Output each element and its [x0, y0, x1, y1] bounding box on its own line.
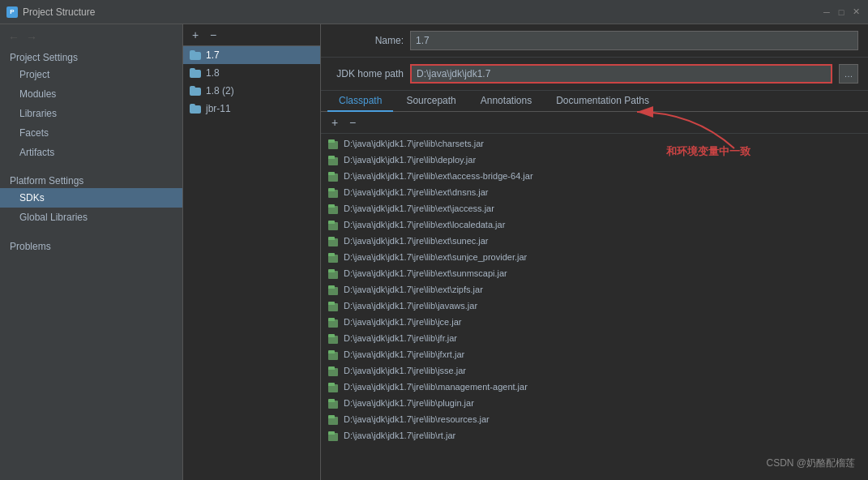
- classpath-item-path: D:\java\jdk\jdk1.7\jre\lib\management-ag…: [344, 379, 528, 394]
- name-input[interactable]: [410, 31, 858, 50]
- sdk-item-label: 1.8: [206, 67, 220, 79]
- classpath-item: D:\java\jdk\jdk1.7\jre\lib\rt.jar: [321, 427, 868, 444]
- classpath-item-path: D:\java\jdk\jdk1.7\jre\lib\ext\zipfs.jar: [344, 282, 483, 297]
- jar-icon: [327, 316, 339, 328]
- title-bar-left: P Project Structure: [6, 6, 95, 18]
- forward-arrow[interactable]: →: [24, 31, 39, 44]
- sidebar-item-libraries[interactable]: Libraries: [0, 104, 182, 123]
- nav-arrows: ← →: [0, 28, 182, 49]
- classpath-item: D:\java\jdk\jdk1.7\jre\lib\ext\zipfs.jar: [321, 281, 868, 298]
- jar-icon: [327, 251, 339, 263]
- classpath-item: D:\java\jdk\jdk1.7\jre\lib\ext\sunec.jar: [321, 233, 868, 249]
- sdk-item-label: jbr-11: [206, 103, 231, 114]
- remove-classpath-button[interactable]: −: [345, 115, 360, 130]
- jar-icon: [327, 170, 339, 182]
- classpath-item-path: D:\java\jdk\jdk1.7\jre\lib\resources.jar: [344, 412, 490, 426]
- name-label: Name:: [331, 35, 404, 46]
- window-title: Project Structure: [23, 6, 95, 18]
- classpath-item-path: D:\java\jdk\jdk1.7\jre\lib\ext\sunmscapi…: [344, 266, 507, 281]
- jar-icon: [327, 365, 339, 376]
- sidebar-item-sdks[interactable]: SDKs: [0, 188, 182, 208]
- classpath-item-path: D:\java\jdk\jdk1.7\jre\lib\ext\sunjce_pr…: [344, 250, 527, 264]
- main-layout: ← → Project Settings Project Modules Lib…: [0, 24, 868, 480]
- jdk-path-row: JDK home path …: [321, 58, 868, 91]
- sidebar: ← → Project Settings Project Modules Lib…: [0, 24, 183, 480]
- add-classpath-button[interactable]: +: [327, 115, 342, 130]
- classpath-item: D:\java\jdk\jdk1.7\jre\lib\ext\jaccess.j…: [321, 200, 868, 216]
- sdk-toolbar: + −: [183, 24, 320, 46]
- sdk-item-1-7[interactable]: 1.7: [183, 46, 320, 64]
- jdk-path-input[interactable]: [410, 64, 832, 84]
- add-sdk-button[interactable]: +: [188, 28, 203, 42]
- maximize-button[interactable]: □: [836, 6, 847, 18]
- classpath-item-path: D:\java\jdk\jdk1.7\jre\lib\plugin.jar: [344, 396, 474, 410]
- classpath-item: D:\java\jdk\jdk1.7\jre\lib\ext\localedat…: [321, 216, 868, 233]
- folder-icon: [190, 50, 201, 60]
- classpath-item-path: D:\java\jdk\jdk1.7\jre\lib\jfxrt.jar: [344, 347, 464, 362]
- platform-settings-label: Platform Settings: [0, 172, 182, 188]
- sdk-item-label: 1.8 (2): [206, 85, 234, 96]
- classpath-item: D:\java\jdk\jdk1.7\jre\lib\jfxrt.jar: [321, 346, 868, 362]
- jdk-path-label: JDK home path: [331, 68, 404, 79]
- classpath-item-path: D:\java\jdk\jdk1.7\jre\lib\ext\jaccess.j…: [344, 201, 494, 216]
- jar-icon: [327, 397, 339, 409]
- classpath-item-path: D:\java\jdk\jdk1.7\jre\lib\javaws.jar: [344, 298, 477, 313]
- minimize-button[interactable]: ─: [821, 6, 832, 18]
- classpath-item: D:\java\jdk\jdk1.7\jre\lib\resources.jar: [321, 411, 868, 427]
- sdk-item-jbr-11[interactable]: jbr-11: [183, 100, 320, 118]
- sdk-item-label: 1.7: [206, 49, 220, 61]
- classpath-item: D:\java\jdk\jdk1.7\jre\lib\plugin.jar: [321, 395, 868, 411]
- close-button[interactable]: ✕: [850, 6, 862, 18]
- classpath-item-path: D:\java\jdk\jdk1.7\jre\lib\ext\dnsns.jar: [344, 185, 489, 199]
- jar-icon: [327, 381, 339, 392]
- tab-sourcepath[interactable]: Sourcepath: [395, 91, 467, 112]
- tabs-bar: Classpath Sourcepath Annotations Documen…: [321, 91, 868, 112]
- jar-icon: [327, 235, 339, 246]
- sidebar-item-problems[interactable]: Problems: [0, 237, 182, 256]
- classpath-item: D:\java\jdk\jdk1.7\jre\lib\jce.jar: [321, 314, 868, 330]
- classpath-panel: + − D:\java\jdk\jdk1.7\jre\lib\charsets.…: [321, 112, 868, 480]
- classpath-item: D:\java\jdk\jdk1.7\jre\lib\ext\sunjce_pr…: [321, 249, 868, 265]
- jar-icon: [327, 430, 339, 441]
- sdk-item-1-8-2[interactable]: 1.8 (2): [183, 82, 320, 100]
- classpath-item: D:\java\jdk\jdk1.7\jre\lib\javaws.jar: [321, 298, 868, 314]
- classpath-item: D:\java\jdk\jdk1.7\jre\lib\ext\sunmscapi…: [321, 265, 868, 281]
- sidebar-item-artifacts[interactable]: Artifacts: [0, 143, 182, 162]
- sidebar-item-modules[interactable]: Modules: [0, 84, 182, 104]
- classpath-item: D:\java\jdk\jdk1.7\jre\lib\jfr.jar: [321, 330, 868, 346]
- title-bar-controls: ─ □ ✕: [821, 6, 862, 18]
- jar-icon: [327, 284, 339, 295]
- jar-icon: [327, 349, 339, 360]
- jar-icon: [327, 138, 339, 149]
- tab-classpath[interactable]: Classpath: [327, 91, 393, 112]
- remove-sdk-button[interactable]: −: [206, 28, 220, 42]
- classpath-item-path: D:\java\jdk\jdk1.7\jre\lib\ext\sunec.jar: [344, 234, 489, 248]
- jar-icon: [327, 268, 339, 279]
- back-arrow[interactable]: ←: [6, 31, 21, 44]
- sdk-item-1-8[interactable]: 1.8: [183, 64, 320, 82]
- name-row: Name:: [321, 24, 868, 58]
- tab-documentation-paths[interactable]: Documentation Paths: [545, 91, 661, 112]
- sidebar-item-project[interactable]: Project: [0, 65, 182, 84]
- jar-icon: [327, 154, 339, 165]
- classpath-item-path: D:\java\jdk\jdk1.7\jre\lib\rt.jar: [344, 428, 455, 443]
- details-panel: Name: JDK home path … Classpath Sourcepa…: [321, 24, 868, 480]
- sidebar-item-facets[interactable]: Facets: [0, 123, 182, 143]
- sdk-list-panel: + − 1.7 1.8 1.8 (2): [183, 24, 321, 480]
- classpath-item: D:\java\jdk\jdk1.7\jre\lib\deploy.jar: [321, 152, 868, 168]
- jar-icon: [327, 300, 339, 311]
- classpath-item-path: D:\java\jdk\jdk1.7\jre\lib\ext\access-br…: [344, 169, 533, 183]
- jar-icon: [327, 203, 339, 214]
- jar-icon: [327, 414, 339, 425]
- classpath-list: D:\java\jdk\jdk1.7\jre\lib\charsets.jarD…: [321, 134, 868, 480]
- classpath-item-path: D:\java\jdk\jdk1.7\jre\lib\jce.jar: [344, 315, 462, 329]
- classpath-item-path: D:\java\jdk\jdk1.7\jre\lib\jfr.jar: [344, 331, 457, 345]
- classpath-item: D:\java\jdk\jdk1.7\jre\lib\ext\dnsns.jar: [321, 184, 868, 200]
- sidebar-item-global-libraries[interactable]: Global Libraries: [0, 208, 182, 227]
- title-bar: P Project Structure ─ □ ✕: [0, 0, 868, 24]
- project-settings-label: Project Settings: [0, 49, 182, 65]
- folder-icon: [190, 68, 201, 78]
- tab-annotations[interactable]: Annotations: [469, 91, 543, 112]
- classpath-item-path: D:\java\jdk\jdk1.7\jre\lib\deploy.jar: [344, 152, 476, 167]
- jdk-browse-button[interactable]: …: [839, 64, 858, 84]
